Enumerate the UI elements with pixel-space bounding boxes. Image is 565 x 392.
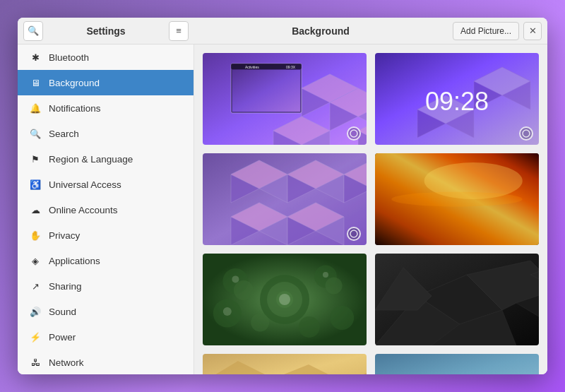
sidebar-item-region[interactable]: ⚑ Region & Language bbox=[18, 146, 194, 172]
settings-window: 🔍 Settings ≡ Background Add Picture... ✕… bbox=[18, 18, 547, 374]
sharing-icon: ↗ bbox=[29, 281, 42, 292]
sidebar-label-notifications: Notifications bbox=[49, 103, 101, 114]
svg-point-61 bbox=[279, 294, 290, 305]
svg-point-58 bbox=[330, 306, 354, 330]
titlebar-right: Add Picture... ✕ bbox=[447, 22, 547, 40]
sidebar-label-online: Online Accounts bbox=[49, 205, 118, 215]
sidebar-item-notifications[interactable]: 🔔 Notifications bbox=[18, 95, 194, 121]
close-button[interactable]: ✕ bbox=[523, 22, 542, 40]
wallpaper-item-8[interactable] bbox=[375, 354, 539, 374]
sidebar-item-power[interactable]: ⚡ Power bbox=[18, 324, 194, 350]
svg-rect-75 bbox=[375, 354, 539, 374]
sidebar-item-privacy[interactable]: ✋ Privacy bbox=[18, 222, 194, 248]
add-picture-button[interactable]: Add Picture... bbox=[453, 22, 519, 40]
applications-icon: ◈ bbox=[29, 256, 42, 266]
sidebar: ✱ Bluetooth 🖥 Background 🔔 Notifications… bbox=[18, 44, 194, 374]
sidebar-label-sound: Sound bbox=[49, 307, 76, 317]
svg-rect-17 bbox=[232, 70, 300, 112]
sidebar-item-background[interactable]: 🖥 Background bbox=[18, 70, 194, 95]
svg-point-59 bbox=[251, 314, 269, 332]
sidebar-label-network: Network bbox=[49, 357, 84, 368]
svg-point-56 bbox=[326, 278, 343, 295]
universal-icon: ♿ bbox=[29, 179, 42, 190]
wallpaper-item-6[interactable] bbox=[375, 254, 539, 345]
sound-icon: 🔊 bbox=[29, 307, 42, 317]
sidebar-item-search[interactable]: 🔍 Search bbox=[18, 121, 194, 146]
wallpaper-item-4[interactable] bbox=[375, 153, 539, 245]
sidebar-label-search: Search bbox=[49, 129, 79, 139]
svg-point-48 bbox=[391, 192, 523, 207]
sidebar-item-universal[interactable]: ♿ Universal Access bbox=[18, 172, 194, 197]
sidebar-label-bluetooth: Bluetooth bbox=[49, 52, 89, 63]
sidebar-label-sharing: Sharing bbox=[49, 281, 82, 292]
sidebar-item-online[interactable]: ☁ Online Accounts bbox=[18, 197, 194, 222]
notifications-icon: 🔔 bbox=[29, 103, 42, 114]
titlebar-center-title: Background bbox=[194, 25, 447, 37]
online-icon: ☁ bbox=[29, 205, 42, 215]
select-indicator-1 bbox=[347, 126, 361, 141]
region-icon: ⚑ bbox=[29, 154, 42, 165]
titlebar-left: 🔍 Settings ≡ bbox=[18, 21, 194, 41]
menu-button[interactable]: ≡ bbox=[169, 21, 189, 41]
svg-point-18 bbox=[350, 130, 357, 137]
sidebar-label-region: Region & Language bbox=[49, 154, 133, 165]
svg-point-60 bbox=[299, 316, 320, 338]
select-indicator-3 bbox=[347, 227, 361, 241]
content-area: ✱ Bluetooth 🖥 Background 🔔 Notifications… bbox=[18, 44, 547, 374]
svg-text:Activities: Activities bbox=[245, 65, 259, 69]
svg-point-27 bbox=[523, 130, 530, 137]
search-button[interactable]: 🔍 bbox=[23, 21, 43, 41]
svg-text:09:3X: 09:3X bbox=[286, 65, 296, 69]
bluetooth-icon: ✱ bbox=[29, 52, 42, 63]
sidebar-item-network[interactable]: 🖧 Network bbox=[18, 350, 194, 374]
titlebar: 🔍 Settings ≡ Background Add Picture... ✕ bbox=[18, 18, 547, 44]
svg-point-63 bbox=[323, 272, 328, 278]
svg-point-64 bbox=[223, 307, 232, 316]
wallpaper-item-3[interactable] bbox=[203, 153, 367, 245]
privacy-icon: ✋ bbox=[29, 230, 42, 241]
wallpaper-item-2[interactable]: 09:28 bbox=[375, 53, 539, 145]
sidebar-item-applications[interactable]: ◈ Applications bbox=[18, 248, 194, 273]
svg-point-62 bbox=[232, 275, 239, 283]
power-icon: ⚡ bbox=[29, 332, 42, 343]
sidebar-label-privacy: Privacy bbox=[49, 230, 80, 241]
sidebar-item-bluetooth[interactable]: ✱ Bluetooth bbox=[18, 44, 194, 70]
select-indicator-2 bbox=[519, 126, 533, 141]
sidebar-title: Settings bbox=[47, 25, 165, 37]
wallpaper-item-5[interactable] bbox=[203, 254, 367, 345]
network-icon: 🖧 bbox=[29, 357, 42, 368]
svg-point-54 bbox=[234, 280, 254, 300]
svg-point-44 bbox=[350, 230, 357, 237]
sidebar-label-background: Background bbox=[49, 78, 100, 88]
sidebar-label-universal: Universal Access bbox=[49, 179, 121, 190]
wallpaper-grid: Activities 09:3X bbox=[203, 53, 539, 374]
search-icon: 🔍 bbox=[29, 129, 42, 139]
wallpaper-item-1[interactable]: Activities 09:3X bbox=[203, 53, 367, 145]
sidebar-label-power: Power bbox=[49, 332, 76, 343]
wallpaper-item-7[interactable] bbox=[203, 354, 367, 374]
wallpaper-panel: Activities 09:3X bbox=[194, 44, 547, 374]
background-icon: 🖥 bbox=[29, 78, 42, 88]
sidebar-item-sharing[interactable]: ↗ Sharing bbox=[18, 273, 194, 299]
sidebar-item-sound[interactable]: 🔊 Sound bbox=[18, 299, 194, 324]
sidebar-label-applications: Applications bbox=[49, 256, 100, 266]
svg-text:09:28: 09:28 bbox=[425, 87, 489, 116]
